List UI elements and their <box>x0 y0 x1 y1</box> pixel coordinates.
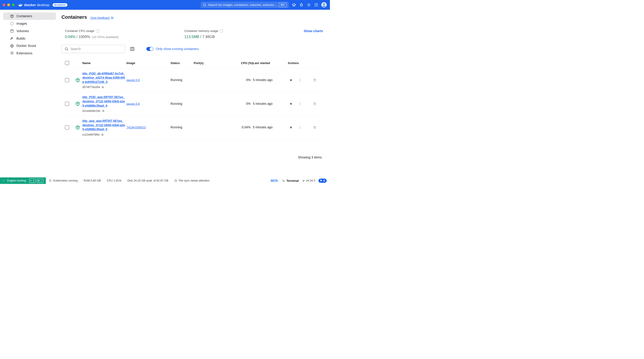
apps-grid-icon[interactable] <box>314 2 318 7</box>
svg-point-39 <box>300 128 300 129</box>
container-name-link[interactable]: k8s_POD_db-6ff96d67 6s7x5_desktop_a327d … <box>82 71 126 84</box>
statusbar: Engine running Kubernetes running RAM 5.… <box>0 177 330 184</box>
cpu-cell: 0% <box>227 102 253 105</box>
svg-rect-21 <box>130 47 134 50</box>
container-running-icon <box>76 125 80 130</box>
notifications-button[interactable]: 4 <box>318 179 327 183</box>
sidebar-item-scout[interactable]: Docker Scout <box>3 42 56 49</box>
user-avatar[interactable] <box>321 2 327 8</box>
container-name-link[interactable]: k8s_POD_app-5ff75f7 567wx_desktop_3712( … <box>82 95 126 108</box>
sidebar-item-containers[interactable]: Containers <box>3 12 56 20</box>
running-only-toggle[interactable] <box>146 47 154 51</box>
extensions-icon <box>10 51 14 55</box>
titlebar: docker desktop BUSINESS ⌘K <box>0 0 330 10</box>
bug-icon[interactable] <box>299 2 304 7</box>
svg-point-32 <box>300 103 300 104</box>
container-name-link[interactable]: k8s_app_app-5ff75f7 567wx_desktop_3712( … <box>82 119 126 131</box>
settings-icon[interactable] <box>306 2 311 7</box>
show-charts-link[interactable]: Show charts <box>304 29 323 33</box>
svg-point-37 <box>300 126 300 127</box>
sidebar-item-label: Volumes <box>16 29 29 33</box>
terminal-button[interactable]: Terminal <box>282 179 299 182</box>
copy-icon[interactable] <box>102 86 104 88</box>
engine-power-menu[interactable] <box>37 179 44 183</box>
stop-button[interactable] <box>289 125 293 129</box>
table-header: Name Image Status Port(s) CPU (%) Last s… <box>62 58 323 68</box>
copy-icon[interactable] <box>101 133 104 136</box>
svg-point-31 <box>300 102 300 103</box>
close-window[interactable] <box>2 3 5 6</box>
svg-point-6 <box>315 4 316 5</box>
row-checkbox[interactable] <box>65 78 69 82</box>
page-title: Containers <box>62 14 87 20</box>
svg-point-3 <box>315 3 316 4</box>
sync-status[interactable]: File sync needs attention <box>171 179 212 182</box>
warning-icon <box>174 179 177 182</box>
table-row: k8s_POD_db-6ff96d67 6s7x5_desktop_a327d … <box>62 68 323 92</box>
stop-button[interactable] <box>289 78 293 82</box>
svg-rect-19 <box>112 17 113 19</box>
svg-point-11 <box>317 6 318 6</box>
sidebar-item-label: Builds <box>16 37 25 40</box>
delete-button[interactable] <box>313 125 317 129</box>
engine-status[interactable]: Engine running <box>0 177 46 184</box>
row-checkbox[interactable] <box>65 102 69 106</box>
status-cell: Running <box>170 126 194 129</box>
sidebar-item-extensions[interactable]: Extensions <box>3 49 56 57</box>
more-button[interactable] <box>298 78 302 82</box>
learn-icon[interactable] <box>292 2 296 7</box>
global-search-input[interactable] <box>208 3 277 7</box>
version-label[interactable]: v4.34.3 <box>302 179 315 182</box>
svg-point-41 <box>41 180 42 180</box>
feedback-link[interactable]: Give feedback <box>90 16 114 20</box>
engine-play-pause[interactable] <box>29 179 36 183</box>
started-cell: 5 minutes ago <box>253 78 285 82</box>
delete-button[interactable] <box>313 102 317 106</box>
started-cell: 5 minutes ago <box>253 126 285 129</box>
delete-button[interactable] <box>313 78 317 82</box>
svg-rect-24 <box>290 79 292 81</box>
svg-point-14 <box>10 22 13 25</box>
more-button[interactable] <box>298 102 302 106</box>
sidebar-item-builds[interactable]: Builds <box>3 35 56 42</box>
image-link[interactable]: pause:3.9 <box>126 78 140 82</box>
sidebar-item-images[interactable]: Images <box>3 20 56 27</box>
global-search[interactable]: ⌘K <box>201 1 289 8</box>
more-button[interactable] <box>298 125 302 129</box>
cpu-cell: 0% <box>227 78 253 82</box>
svg-rect-34 <box>102 134 103 135</box>
svg-rect-18 <box>111 17 113 18</box>
containers-table: Name Image Status Port(s) CPU (%) Last s… <box>62 58 323 139</box>
docker-icon <box>2 179 6 182</box>
sidebar-item-volumes[interactable]: Volumes <box>3 27 56 35</box>
disk-status: Disk 24.20 GB avail. of 62.67 GB <box>124 179 171 182</box>
svg-point-8 <box>317 4 318 5</box>
columns-button[interactable] <box>130 46 135 52</box>
started-cell: 5 minutes ago <box>253 102 285 105</box>
brand-name: docker desktop <box>24 3 50 7</box>
stop-button[interactable] <box>289 102 293 106</box>
builds-icon <box>10 36 14 40</box>
info-icon[interactable]: i <box>96 29 100 32</box>
bell-icon <box>320 179 322 182</box>
svg-point-10 <box>316 6 316 6</box>
copy-icon[interactable] <box>102 110 104 112</box>
svg-point-5 <box>317 3 318 4</box>
container-hash: cc22e8979f9c <box>82 133 126 136</box>
scout-icon <box>10 44 14 48</box>
container-hash: 41ceebd4c2dc <box>82 109 126 112</box>
row-checkbox[interactable] <box>65 125 69 129</box>
container-search[interactable] <box>62 45 125 53</box>
minimize-window[interactable] <box>7 3 10 6</box>
toggle-label: Only show running containers <box>156 47 199 51</box>
maximize-window[interactable] <box>12 3 14 6</box>
image-link[interactable]: pause:3.9 <box>126 102 140 105</box>
select-all-checkbox[interactable] <box>65 61 69 65</box>
svg-point-20 <box>65 47 68 50</box>
container-running-icon <box>76 78 80 82</box>
info-icon[interactable]: i <box>220 29 223 32</box>
svg-point-4 <box>316 3 316 4</box>
container-search-input[interactable] <box>70 47 122 51</box>
image-link[interactable]: 7419e338931f <box>126 126 146 129</box>
svg-rect-30 <box>290 103 292 105</box>
